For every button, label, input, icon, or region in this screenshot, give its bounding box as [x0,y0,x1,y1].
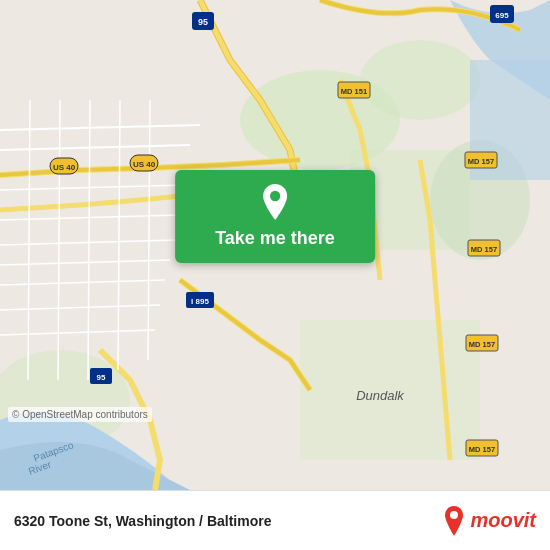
take-me-there-button[interactable]: Take me there [175,170,375,263]
svg-text:MD 157: MD 157 [468,157,494,166]
cta-label: Take me there [215,228,335,249]
map-container: 95 695 US 40 US 40 I 895 95 MD 151 MD 15… [0,0,550,490]
svg-text:MD 157: MD 157 [469,445,495,454]
svg-text:MD 151: MD 151 [341,87,367,96]
svg-point-47 [270,191,280,201]
svg-text:695: 695 [495,11,509,20]
svg-text:I 895: I 895 [191,297,209,306]
bottom-bar: 6320 Toone St, Washington / Baltimore mo… [0,490,550,550]
moovit-pin-icon [442,506,466,536]
copyright-text: © OpenStreetMap contributors [8,407,152,422]
svg-text:95: 95 [97,373,106,382]
moovit-brand-text: moovit [470,509,536,532]
svg-text:95: 95 [198,17,208,27]
svg-text:MD 157: MD 157 [471,245,497,254]
svg-point-2 [360,40,480,120]
svg-text:US 40: US 40 [53,163,76,172]
location-pin-icon [257,184,293,220]
svg-text:US 40: US 40 [133,160,156,169]
svg-text:Dundalk: Dundalk [356,388,405,403]
cta-button-container: Take me there [175,170,375,263]
moovit-logo: moovit [442,506,536,536]
address-area: 6320 Toone St, Washington / Baltimore [14,513,271,529]
svg-point-48 [450,511,458,519]
address-text: 6320 Toone St, Washington / Baltimore [14,513,271,529]
svg-text:MD 157: MD 157 [469,340,495,349]
